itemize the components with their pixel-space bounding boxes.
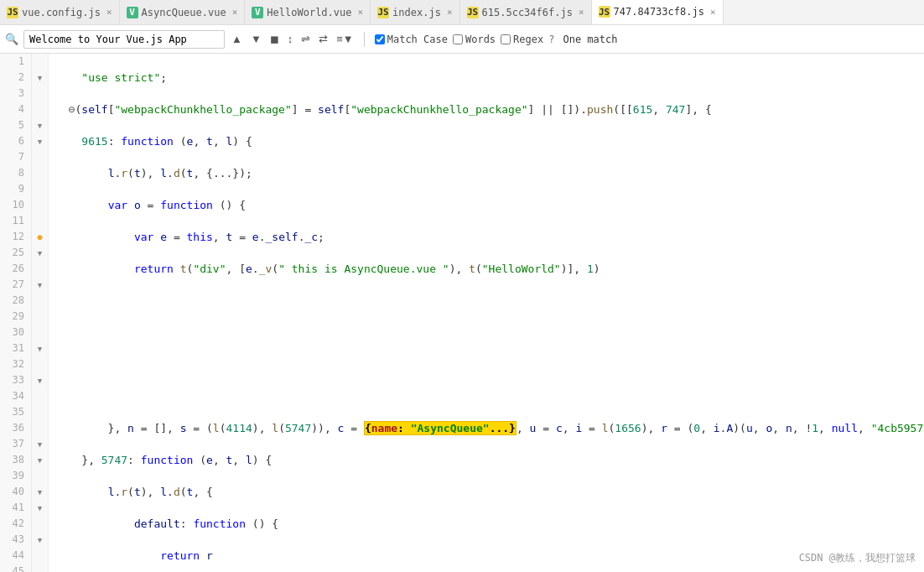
separator <box>364 32 365 47</box>
code-content[interactable]: "use strict"; ⊖(self["webpackChunkhello_… <box>49 54 924 572</box>
code-line-6: var e = this, t = e._self._c; <box>55 229 924 245</box>
fold-arrow[interactable]: ▼ <box>32 436 48 452</box>
tab-label: 747.84733cf8.js <box>614 6 704 18</box>
nav-up-btn[interactable]: ▲ <box>228 31 246 47</box>
fold-arrow[interactable]: ▼ <box>32 70 48 86</box>
code-line-9 <box>55 325 924 341</box>
close-tab-btn[interactable]: × <box>232 7 238 18</box>
vue-icon: V <box>252 7 263 18</box>
tab-vue-config[interactable]: JS vue.config.js × <box>0 0 120 25</box>
close-tab-btn[interactable]: × <box>357 7 363 18</box>
code-line-28: return r <box>55 548 924 564</box>
collapse-btn[interactable]: ⇄ <box>315 31 331 47</box>
line-num: 7 <box>0 149 31 165</box>
filter-btn[interactable]: ≡▼ <box>333 31 356 47</box>
search-bar: 🔍 ▲ ▼ ◼ ↕ ⇌ ⇄ ≡▼ Match Case Words Regex … <box>0 25 924 54</box>
search-options: Match Case Words Regex ? <box>375 34 555 45</box>
gutter-item <box>32 213 48 229</box>
match-case-checkbox[interactable] <box>375 34 385 44</box>
line-num: 43 <box>0 532 31 548</box>
js-icon: JS <box>7 7 18 18</box>
line-num: 8 <box>0 165 31 181</box>
search-input[interactable] <box>23 30 225 49</box>
gutter-item <box>32 165 48 181</box>
words-option[interactable]: Words <box>453 34 496 45</box>
fold-arrow[interactable]: ▼ <box>32 341 48 356</box>
stop-btn[interactable]: ◼ <box>267 31 283 47</box>
gutter-item <box>32 468 48 484</box>
js-icon: JS <box>467 7 479 18</box>
nav-down-btn[interactable]: ▼ <box>247 31 265 47</box>
gutter-item <box>32 420 48 436</box>
match-result: One match <box>563 34 617 45</box>
tab-bundle1[interactable]: JS 615.5cc34f6f.js × <box>460 0 592 25</box>
match-case-option[interactable]: Match Case <box>375 34 448 45</box>
gutter-item <box>32 86 48 101</box>
line-num: 25 <box>0 245 31 261</box>
close-tab-btn[interactable]: × <box>710 7 716 18</box>
code-line-26: l.r(t), l.d(t, { <box>55 484 924 500</box>
tab-async-queue[interactable]: V AsyncQueue.vue × <box>120 0 246 25</box>
search-navigation: ▲ ▼ ◼ ↕ ⇌ ⇄ ≡▼ <box>228 31 357 47</box>
line-num: 12 <box>0 229 31 245</box>
line-num: 26 <box>0 261 31 277</box>
fold-arrow[interactable]: ▼ <box>32 245 48 261</box>
code-line-1: "use strict"; <box>55 70 924 86</box>
fold-arrow[interactable]: ▼ <box>32 117 48 133</box>
line-num: 29 <box>0 309 31 325</box>
code-line-5: var o = function () { <box>55 197 924 213</box>
close-tab-btn[interactable]: × <box>106 7 112 18</box>
code-line-4: l.r(t), l.d(t, {...}); <box>55 165 924 181</box>
close-tab-btn[interactable]: × <box>579 7 584 18</box>
words-checkbox[interactable] <box>453 34 463 44</box>
tab-index[interactable]: JS index.js × <box>371 0 459 25</box>
gutter-item <box>32 181 48 197</box>
code-line-8 <box>55 293 924 309</box>
line-num: 44 <box>0 548 31 564</box>
fold-arrow[interactable]: ▼ <box>32 133 48 149</box>
match-case-label: Match Case <box>387 34 448 45</box>
line-num: 2 <box>0 70 31 86</box>
fold-arrow[interactable]: ▼ <box>32 532 48 548</box>
tab-bundle2[interactable]: JS 747.84733cf8.js × <box>592 0 724 25</box>
gutter-item <box>32 564 48 572</box>
line-num: 27 <box>0 277 31 293</box>
line-num: 1 <box>0 54 31 70</box>
gutter-item <box>32 293 48 309</box>
line-num: 42 <box>0 516 31 532</box>
gutter-item <box>32 309 48 325</box>
fold-arrow[interactable]: ▼ <box>32 484 48 500</box>
line-num: 40 <box>0 484 31 500</box>
regex-help: ? <box>548 34 554 45</box>
tab-label: index.js <box>392 7 441 18</box>
gutter-item <box>32 101 48 117</box>
code-line-7: return t("div", [e._v(" this is AsyncQue… <box>55 261 924 277</box>
sync-btn[interactable]: ⇌ <box>298 31 314 47</box>
line-num: 11 <box>0 213 31 229</box>
code-line-3: 9615: function (e, t, l) { <box>55 133 924 149</box>
gutter-item <box>32 149 48 165</box>
tab-hello-world[interactable]: V HelloWorld.vue × <box>245 0 371 25</box>
line-num: 3 <box>0 86 31 101</box>
code-line-12: }, n = [], s = (l(4114), l(5747)), c = {… <box>55 420 924 436</box>
fold-arrow[interactable]: ▼ <box>32 452 48 468</box>
tab-label: HelloWorld.vue <box>267 7 351 18</box>
tab-label: vue.config.js <box>22 7 101 18</box>
line-numbers: 1 2 3 4 5 6 7 8 9 10 11 12 25 26 27 28 2… <box>0 54 32 572</box>
editor: 1 2 3 4 5 6 7 8 9 10 11 12 25 26 27 28 2… <box>0 54 924 572</box>
code-line-2: ⊖(self["webpackChunkhello_package"] = se… <box>55 101 924 117</box>
regex-checkbox[interactable] <box>501 34 511 44</box>
close-tab-btn[interactable]: × <box>447 7 453 18</box>
line-num: 38 <box>0 452 31 468</box>
regex-option[interactable]: Regex <box>501 34 543 45</box>
line-num: 45 <box>0 564 31 572</box>
warning-icon: ● <box>32 229 48 245</box>
search-icon: 🔍 <box>5 33 18 45</box>
fold-arrow[interactable]: ▼ <box>32 372 48 388</box>
fold-arrow[interactable]: ▼ <box>32 500 48 516</box>
fold-arrow[interactable]: ▼ <box>32 277 48 293</box>
line-num: 9 <box>0 181 31 197</box>
line-num: 41 <box>0 500 31 516</box>
wrap-btn[interactable]: ↕ <box>284 31 297 47</box>
line-num: 35 <box>0 404 31 420</box>
